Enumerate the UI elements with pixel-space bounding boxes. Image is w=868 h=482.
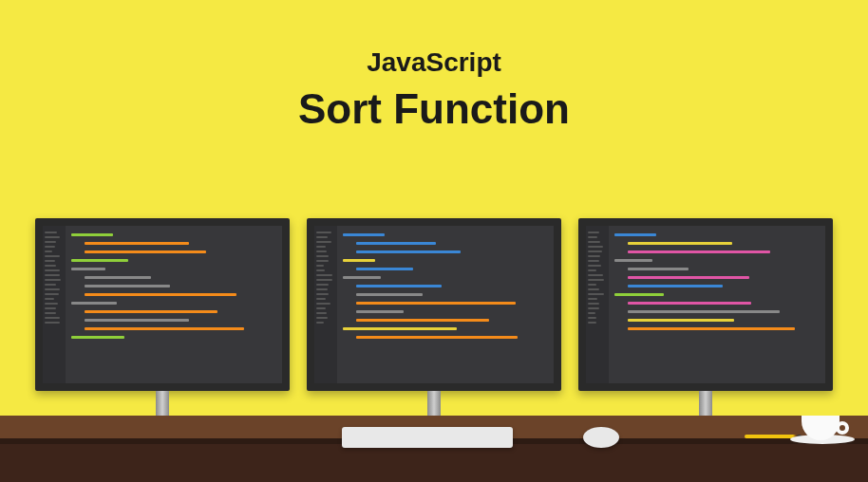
screen-bezel (307, 218, 561, 391)
code-line (85, 242, 189, 245)
code-line (356, 293, 423, 296)
screen (586, 226, 825, 383)
code-line (628, 250, 770, 253)
code-line (356, 302, 516, 305)
screen-bezel (35, 218, 290, 391)
code-line (85, 285, 170, 287)
code-line (628, 319, 734, 322)
heading-area: JavaScript Sort Function (0, 0, 868, 133)
editor-body (337, 226, 554, 383)
editor-body (66, 226, 282, 383)
code-line (356, 242, 436, 245)
keyboard-icon (342, 427, 513, 448)
editor-gutter (314, 226, 337, 383)
code-line (85, 293, 236, 296)
code-line (85, 319, 189, 322)
code-line (628, 268, 689, 270)
code-line (85, 327, 244, 330)
monitor-left (35, 218, 290, 438)
code-line (85, 250, 206, 253)
code-line (628, 242, 732, 245)
code-line (614, 259, 652, 262)
title-line2: Sort Function (0, 85, 868, 133)
screen (314, 226, 554, 383)
code-line (356, 268, 413, 270)
code-line (614, 293, 664, 296)
title-line1: JavaScript (0, 47, 868, 78)
code-line (71, 259, 128, 262)
coffee-cup-icon (796, 412, 849, 444)
code-line (628, 285, 723, 287)
code-line (71, 302, 117, 305)
code-line (343, 327, 457, 330)
monitor-center (307, 218, 561, 438)
scene (0, 188, 868, 482)
code-line (356, 310, 404, 313)
code-line (71, 336, 124, 339)
code-line (343, 276, 381, 279)
monitor-right (578, 218, 833, 438)
code-line (628, 310, 780, 313)
code-line (356, 250, 461, 253)
code-line (628, 276, 749, 279)
monitors-row (0, 218, 868, 438)
code-line (343, 259, 375, 262)
code-line (356, 336, 518, 339)
code-line (614, 233, 656, 236)
code-line (71, 268, 105, 270)
mouse-icon (583, 427, 619, 448)
screen (43, 226, 282, 383)
editor-gutter (43, 226, 66, 383)
code-line (71, 233, 113, 236)
code-line (343, 233, 385, 236)
code-line (356, 285, 442, 287)
code-line (85, 276, 151, 279)
editor-body (609, 226, 825, 383)
code-line (628, 302, 751, 305)
desk (0, 416, 868, 482)
code-line (85, 310, 217, 313)
editor-gutter (586, 226, 609, 383)
screen-bezel (578, 218, 833, 391)
code-line (356, 319, 489, 322)
code-line (628, 327, 795, 330)
